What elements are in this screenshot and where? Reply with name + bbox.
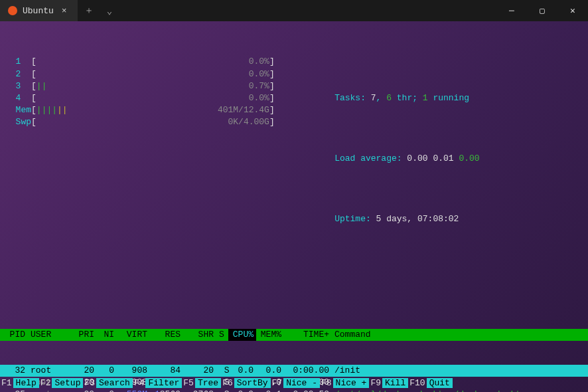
load-3: 0.00 [459, 153, 479, 163]
fkey-label-f3[interactable]: Search [96, 378, 133, 388]
close-button[interactable]: ✕ [557, 0, 588, 21]
fkey-label-f7[interactable]: Nice - [283, 378, 320, 388]
cpu-meter-value: 0.0% [37, 93, 269, 103]
fkey-label-f5[interactable]: Tree [195, 378, 221, 388]
col-pid[interactable]: PID [0, 329, 28, 341]
cpu-meter-value: 0.0% [37, 56, 269, 66]
summary-panel: Tasks: 7, 6 thr; 1 running Load average:… [293, 56, 480, 261]
load-2: 0.01 [433, 153, 453, 163]
cpu-meters: 1 [ 0.0%] 2 [ 0.0%] 3 [|| 0.7%] 4 [ [5, 56, 275, 261]
col-cmd[interactable]: Command [332, 329, 588, 341]
tasks-label: Tasks: [334, 93, 371, 103]
uptime-label: Uptime: [334, 214, 376, 224]
fkey-label-f2[interactable]: Setup [52, 378, 83, 388]
fkey-f10[interactable]: F10 [408, 378, 426, 388]
col-mem[interactable]: MEM% [256, 329, 284, 341]
fkey-f2[interactable]: F2 [39, 378, 52, 388]
load-label: Load average: [334, 153, 407, 163]
tab-strip: Ubuntu × ＋ ⌄ [0, 0, 119, 21]
window-controls: ─ ▢ ✕ [496, 0, 588, 21]
mem-bar-green: |||| [37, 105, 57, 115]
col-s[interactable]: S [216, 329, 228, 341]
fkey-f3[interactable]: F3 [83, 378, 96, 388]
new-tab-button[interactable]: ＋ [78, 5, 100, 17]
tab-ubuntu[interactable]: Ubuntu × [0, 0, 78, 21]
col-time[interactable]: TIME+ [284, 329, 332, 341]
ubuntu-icon [8, 6, 17, 15]
process-row[interactable]: 32root2009088420 S0.00.00:00.00/init [0, 365, 588, 377]
fkey-f6[interactable]: F6 [221, 378, 234, 388]
cpu-meter-id: 3 [5, 81, 31, 91]
col-res[interactable]: RES [150, 329, 183, 341]
tab-close-button[interactable]: × [59, 6, 70, 16]
col-virt[interactable]: VIRT [117, 329, 150, 341]
function-key-bar: F1Help F2Setup F3SearchF4FilterF5Tree F6… [0, 378, 453, 388]
tasks-count: 7 [371, 93, 376, 103]
col-ni[interactable]: NI [97, 329, 117, 341]
threads-count: 6 [386, 93, 392, 103]
col-shr[interactable]: SHR [183, 329, 216, 341]
cpu-meter-id: 2 [5, 69, 31, 79]
tab-title: Ubuntu [23, 6, 54, 16]
mem-value: 401M/12.4G [68, 105, 269, 115]
cpu-meter-bar: || [37, 81, 47, 91]
terminal-output[interactable]: 1 [ 0.0%] 2 [ 0.0%] 3 [|| 0.7%] 4 [ [0, 21, 588, 392]
window-titlebar: Ubuntu × ＋ ⌄ ─ ▢ ✕ [0, 0, 588, 21]
fkey-label-f8[interactable]: Nice + [333, 378, 370, 388]
cpu-meter-id: 4 [5, 93, 31, 103]
cpu-meter-value: 0.7% [46, 81, 269, 91]
col-user[interactable]: USER [28, 329, 70, 341]
running-count: 1 [423, 93, 428, 103]
fkey-f8[interactable]: F8 [320, 378, 333, 388]
cpu-meter-id: 1 [5, 56, 31, 66]
fkey-label-f4[interactable]: Filter [145, 378, 182, 388]
process-row[interactable]: 35root200559M185609768 S0.00.10:00.52/mn… [0, 389, 588, 392]
uptime-value: 5 days, 07:08:02 [376, 214, 459, 224]
minimize-button[interactable]: ─ [496, 0, 527, 21]
cpu-meter-value: 0.0% [37, 69, 269, 79]
maximize-button[interactable]: ▢ [527, 0, 557, 21]
swp-label: Swp [5, 117, 31, 127]
fkey-label-f1[interactable]: Help [13, 378, 39, 388]
fkey-label-f9[interactable]: Kill [382, 378, 408, 388]
fkey-f9[interactable]: F9 [369, 378, 382, 388]
fkey-f1[interactable]: F1 [0, 378, 13, 388]
fkey-f7[interactable]: F7 [271, 378, 284, 388]
mem-label: Mem [5, 105, 31, 115]
mem-bar-yellow: || [57, 105, 68, 115]
col-pri[interactable]: PRI [70, 329, 97, 341]
col-cpu[interactable]: CPU% [228, 329, 256, 341]
fkey-f4[interactable]: F4 [133, 378, 146, 388]
swp-value: 0K/4.00G [37, 117, 269, 127]
fkey-label-f10[interactable]: Quit [427, 378, 453, 388]
fkey-f5[interactable]: F5 [182, 378, 195, 388]
load-1: 0.00 [407, 153, 427, 163]
fkey-label-f6[interactable]: SortBy [234, 378, 271, 388]
tab-dropdown-button[interactable]: ⌄ [100, 5, 119, 17]
process-table-header[interactable]: PID USER PRI NI VIRT RES SHR S CPU% MEM%… [0, 329, 588, 341]
